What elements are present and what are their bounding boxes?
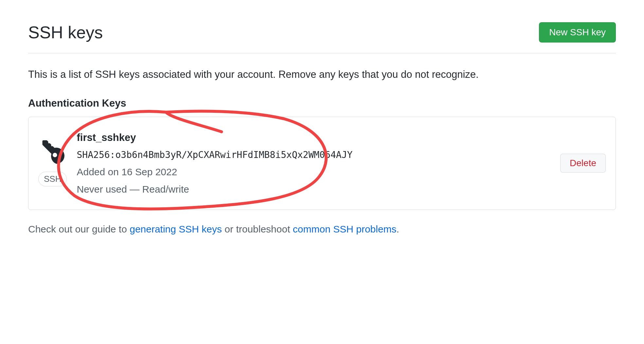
key-name: first_sshkey <box>77 130 550 146</box>
ssh-key-item: SSH first_sshkey SHA256:o3b6n4Bmb3yR/XpC… <box>28 117 616 210</box>
key-icon <box>41 140 64 168</box>
key-usage: Never used — Read/write <box>77 182 550 197</box>
section-heading: Authentication Keys <box>28 96 616 111</box>
page-title: SSH keys <box>28 20 103 45</box>
description-text: This is a list of SSH keys associated wi… <box>28 66 616 83</box>
new-ssh-key-button[interactable]: New SSH key <box>539 22 616 43</box>
common-ssh-problems-link[interactable]: common SSH problems <box>293 224 397 234</box>
generating-ssh-keys-link[interactable]: generating SSH keys <box>130 224 222 234</box>
key-icon-column: SSH <box>38 140 67 186</box>
delete-button[interactable]: Delete <box>560 154 606 173</box>
footer-text: Check out our guide to generating SSH ke… <box>28 222 616 236</box>
key-fingerprint: SHA256:o3b6n4Bmb3yR/XpCXARwirHFdIMB8i5xQ… <box>77 148 550 162</box>
footer-suffix: . <box>397 224 399 234</box>
footer-prefix: Check out our guide to <box>28 224 130 234</box>
ssh-badge: SSH <box>38 172 67 186</box>
page-header: SSH keys New SSH key <box>28 20 616 53</box>
footer-middle: or troubleshoot <box>222 224 293 234</box>
key-added-date: Added on 16 Sep 2022 <box>77 164 550 179</box>
key-details: first_sshkey SHA256:o3b6n4Bmb3yR/XpCXARw… <box>77 130 550 197</box>
